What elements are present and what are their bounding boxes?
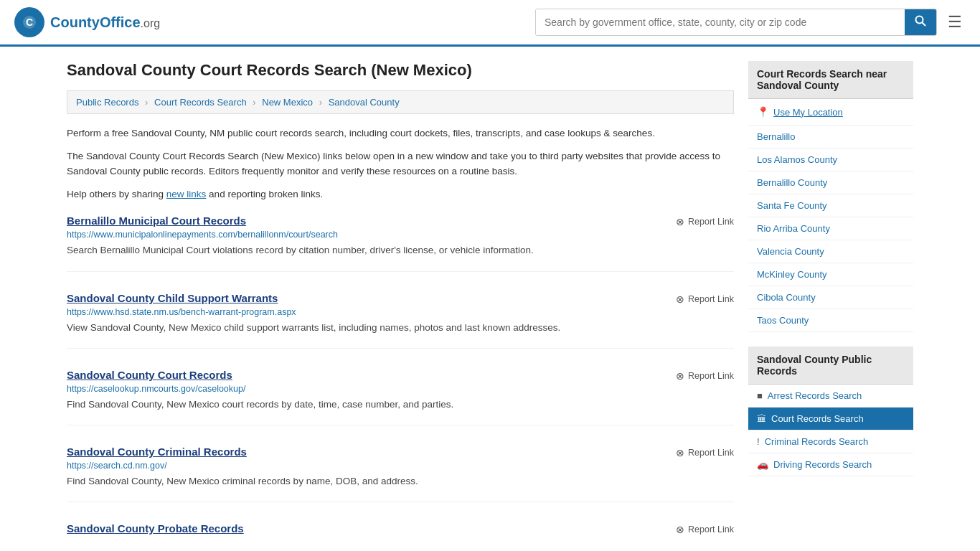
svg-text:C: C [26, 17, 33, 28]
breadcrumb: Public Records › Court Records Search › … [67, 90, 734, 114]
report-icon-3: ⊗ [676, 447, 684, 458]
pr-icon-3: 🚗 [757, 459, 768, 470]
nearby-item-8[interactable]: Taos County [748, 309, 913, 332]
record-desc-0: Search Bernalillo Municipal Court violat… [67, 243, 734, 258]
nearby-item-7[interactable]: Cibola County [748, 286, 913, 309]
search-input[interactable] [536, 9, 905, 35]
nearby-link-4[interactable]: Rio Arriba County [757, 223, 830, 234]
public-records-item-0[interactable]: ■ Arrest Records Search [748, 385, 913, 408]
record-desc-2: Find Sandoval County, New Mexico court r… [67, 397, 734, 412]
pr-icon-2: ! [757, 436, 760, 447]
public-records-header: Sandoval County Public Records [748, 347, 913, 385]
nearby-link-8[interactable]: Taos County [757, 315, 809, 326]
record-item: Sandoval County Child Support Warrants ⊗… [67, 292, 734, 349]
record-header: Sandoval County Court Records ⊗ Report L… [67, 369, 734, 382]
nearby-item-0[interactable]: Bernalillo [748, 126, 913, 149]
public-records-item-1[interactable]: 🏛 Court Records Search [748, 408, 913, 430]
record-url-1[interactable]: https://www.hsd.state.nm.us/bench-warran… [67, 307, 734, 317]
pr-icon-1: 🏛 [757, 413, 766, 424]
nearby-link-1[interactable]: Los Alamos County [757, 154, 837, 165]
logo-area: C CountyOffice.org [14, 7, 160, 37]
record-url-3[interactable]: https://search.cd.nm.gov/ [67, 461, 734, 471]
logo-text: CountyOffice.org [50, 14, 160, 31]
record-header: Bernalillo Municipal Court Records ⊗ Rep… [67, 215, 734, 227]
record-item: Sandoval County Court Records ⊗ Report L… [67, 369, 734, 425]
record-header: Sandoval County Probate Records ⊗ Report… [67, 522, 734, 535]
nearby-item-6[interactable]: McKinley County [748, 263, 913, 286]
search-bar [535, 9, 937, 36]
record-url-2[interactable]: https://caselookup.nmcourts.gov/caselook… [67, 384, 734, 394]
logo-icon: C [14, 7, 44, 37]
nearby-items: BernalilloLos Alamos CountyBernalillo Co… [748, 126, 913, 332]
nearby-link-3[interactable]: Santa Fe County [757, 200, 827, 211]
record-item: Sandoval County Criminal Records ⊗ Repor… [67, 446, 734, 502]
nearby-link-0[interactable]: Bernalillo [757, 131, 795, 142]
nearby-link-6[interactable]: McKinley County [757, 269, 827, 280]
nearby-item-2[interactable]: Bernalillo County [748, 171, 913, 194]
nearby-item-5[interactable]: Valencia County [748, 240, 913, 263]
report-link-1[interactable]: ⊗ Report Link [676, 293, 734, 305]
record-title-4[interactable]: Sandoval County Probate Records [67, 522, 244, 534]
pr-link-0[interactable]: Arrest Records Search [768, 390, 862, 401]
pr-link-1[interactable]: Court Records Search [771, 413, 864, 424]
public-records-item-3[interactable]: 🚗 Driving Records Search [748, 453, 913, 476]
report-icon-4: ⊗ [676, 524, 684, 535]
record-desc-3: Find Sandoval County, New Mexico crimina… [67, 474, 734, 489]
record-title-2[interactable]: Sandoval County Court Records [67, 369, 232, 381]
record-header: Sandoval County Child Support Warrants ⊗… [67, 292, 734, 305]
report-icon-2: ⊗ [676, 370, 684, 382]
description-2: The Sandoval County Court Records Search… [67, 149, 734, 179]
nearby-header: Court Records Search near Sandoval Count… [748, 61, 913, 99]
description-3: Help others by sharing new links and rep… [67, 187, 734, 202]
nearby-section: Court Records Search near Sandoval Count… [748, 61, 913, 332]
report-link-2[interactable]: ⊗ Report Link [676, 370, 734, 382]
svg-line-4 [923, 23, 926, 27]
pr-link-3[interactable]: Driving Records Search [773, 459, 872, 470]
nearby-item-4[interactable]: Rio Arriba County [748, 217, 913, 240]
pr-link-2[interactable]: Criminal Records Search [765, 436, 869, 447]
nearby-item-1[interactable]: Los Alamos County [748, 149, 913, 171]
main-container: Sandoval County Court Records Search (Ne… [52, 47, 928, 551]
use-location[interactable]: 📍 Use My Location [748, 99, 913, 126]
record-desc-1: View Sandoval County, New Mexico child s… [67, 321, 734, 335]
nearby-link-2[interactable]: Bernalillo County [757, 177, 827, 188]
sidebar: Court Records Search near Sandoval Count… [748, 61, 913, 551]
public-records-items: ■ Arrest Records Search 🏛 Court Records … [748, 385, 913, 476]
content-area: Sandoval County Court Records Search (Ne… [67, 61, 734, 551]
new-links[interactable]: new links [166, 189, 207, 199]
report-icon-0: ⊗ [676, 216, 684, 227]
svg-point-3 [916, 17, 923, 24]
breadcrumb-public-records[interactable]: Public Records [76, 97, 138, 108]
use-location-link[interactable]: Use My Location [773, 107, 843, 118]
breadcrumb-sandoval-county[interactable]: Sandoval County [329, 97, 400, 108]
report-link-0[interactable]: ⊗ Report Link [676, 216, 734, 227]
record-header: Sandoval County Criminal Records ⊗ Repor… [67, 446, 734, 458]
pin-icon: 📍 [757, 106, 769, 118]
breadcrumb-court-records-search[interactable]: Court Records Search [154, 97, 247, 108]
nearby-link-5[interactable]: Valencia County [757, 246, 824, 257]
record-title-0[interactable]: Bernalillo Municipal Court Records [67, 215, 246, 227]
pr-icon-0: ■ [757, 390, 763, 401]
record-title-3[interactable]: Sandoval County Criminal Records [67, 446, 247, 458]
search-button[interactable] [905, 9, 936, 35]
nearby-link-7[interactable]: Cibola County [757, 292, 816, 303]
report-icon-1: ⊗ [676, 293, 684, 305]
report-link-4[interactable]: ⊗ Report Link [676, 524, 734, 535]
record-url-0[interactable]: https://www.municipalonlinepayments.com/… [67, 230, 734, 240]
record-item: Sandoval County Probate Records ⊗ Report… [67, 522, 734, 548]
breadcrumb-new-mexico[interactable]: New Mexico [262, 97, 313, 108]
menu-icon[interactable]: ☰ [944, 9, 966, 35]
site-header: C CountyOffice.org ☰ [0, 0, 980, 47]
public-records-item-2[interactable]: ! Criminal Records Search [748, 430, 913, 453]
description-1: Perform a free Sandoval County, NM publi… [67, 126, 734, 141]
records-list: Bernalillo Municipal Court Records ⊗ Rep… [67, 215, 734, 548]
record-title-1[interactable]: Sandoval County Child Support Warrants [67, 292, 278, 304]
nearby-item-3[interactable]: Santa Fe County [748, 194, 913, 217]
page-title: Sandoval County Court Records Search (Ne… [67, 61, 734, 80]
report-link-3[interactable]: ⊗ Report Link [676, 447, 734, 458]
record-item: Bernalillo Municipal Court Records ⊗ Rep… [67, 215, 734, 271]
public-records-section: Sandoval County Public Records ■ Arrest … [748, 347, 913, 476]
header-right: ☰ [535, 9, 966, 36]
